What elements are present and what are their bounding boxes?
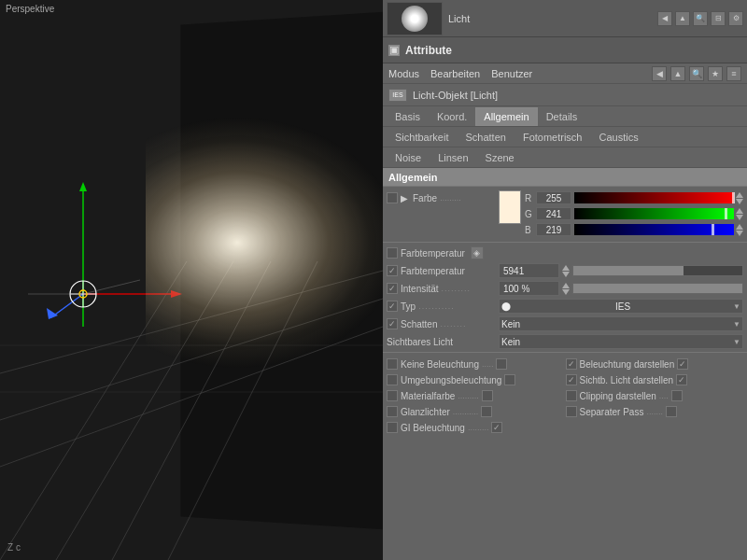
cb-umgebung-right[interactable] — [504, 374, 515, 385]
farbe-label: Farbe — [413, 193, 437, 203]
typ-dropdown[interactable]: ⬤ IES ▼ — [499, 299, 743, 314]
b-down[interactable] — [736, 231, 743, 236]
menu-btn-star[interactable]: ★ — [708, 66, 723, 81]
tab-basis[interactable]: Basis — [387, 107, 429, 126]
intensitaet-checkbox[interactable]: ✓ — [387, 283, 398, 294]
cb-clipping-right[interactable] — [671, 390, 683, 401]
r-input[interactable]: 255 — [536, 191, 571, 204]
typ-checkbox[interactable]: ✓ — [387, 301, 398, 312]
intensitaet-slider[interactable] — [572, 283, 743, 294]
tab-koord[interactable]: Koord. — [429, 107, 475, 126]
farbtemp-down[interactable] — [562, 272, 570, 277]
intensitaet-up[interactable] — [562, 283, 570, 288]
cb-clipping[interactable] — [566, 390, 577, 401]
sichtbares-label: Sichtbares Licht — [387, 337, 453, 347]
typ-val: IES — [615, 301, 630, 312]
attr-header: ▣ Attribute — [383, 37, 747, 63]
schatten-arrow: ▼ — [733, 320, 740, 329]
settings-icon[interactable]: ⚙ — [728, 11, 743, 26]
tab-linsen[interactable]: Linsen — [430, 148, 476, 167]
schatten-val: Kein — [501, 319, 520, 329]
b-bar[interactable] — [574, 224, 734, 235]
farbtemp-slider[interactable] — [572, 265, 743, 276]
attr-title: Attribute — [405, 44, 452, 57]
tab-details[interactable]: Details — [538, 107, 586, 126]
cb-separater[interactable] — [566, 406, 577, 417]
sichtbares-row: Sichtbares Licht Kein ▼ — [383, 333, 747, 350]
bookmark-icon[interactable]: ⊟ — [711, 11, 726, 26]
cb-beleuchtung-right[interactable]: ✓ — [677, 358, 688, 370]
check-glanzlichter: Glanzlichter ........... — [387, 404, 565, 419]
cb-keine-right[interactable] — [496, 358, 507, 370]
section-header: Allgemein — [383, 168, 747, 187]
cb-gi[interactable] — [387, 422, 398, 433]
cb-sichtb-right[interactable]: ✓ — [676, 374, 687, 385]
cb-beleuchtung[interactable]: ✓ — [566, 358, 577, 370]
cb-material-right[interactable] — [482, 390, 493, 401]
r-label: R — [525, 193, 536, 203]
viewport[interactable]: Perspektive — [0, 0, 383, 560]
r-up[interactable] — [736, 192, 743, 198]
intensitaet-down[interactable] — [562, 289, 570, 295]
menu-modus[interactable]: Modus — [388, 68, 419, 79]
check-separater: Separater Pass ....... — [566, 404, 744, 419]
schatten-checkbox[interactable]: ✓ — [387, 318, 398, 329]
check-sichtb-licht: ✓ Sichtb. Licht darstellen ✓ — [566, 372, 744, 387]
svg-line-5 — [168, 261, 317, 560]
farbtemp-label1: Farbtemperatur — [401, 248, 465, 259]
g-input[interactable]: 241 — [536, 207, 571, 220]
intensitaet-input[interactable]: 100 % — [499, 281, 559, 296]
r-bar[interactable] — [574, 192, 734, 203]
menu-btn-back[interactable]: ◀ — [652, 66, 667, 81]
tab-noise[interactable]: Noise — [387, 148, 430, 167]
g-bar[interactable] — [574, 208, 734, 219]
color-swatch[interactable] — [499, 190, 521, 224]
tab-fotometrisch[interactable]: Fotometrisch — [514, 128, 591, 147]
cb-umgebung[interactable] — [387, 374, 398, 385]
farbtemp-checkbox2[interactable]: ✓ — [387, 265, 398, 276]
cb-gi-right[interactable]: ✓ — [491, 422, 502, 433]
b-input[interactable]: 219 — [536, 223, 571, 236]
check-clipping: Clipping darstellen .... — [566, 388, 744, 403]
cb-sichtb[interactable]: ✓ — [566, 374, 577, 385]
tab-allgemein[interactable]: Allgemein — [475, 107, 537, 126]
schatten-dropdown[interactable]: Kein ▼ — [499, 316, 743, 331]
farbtemp-checkbox1[interactable] — [387, 247, 398, 259]
g-label: G — [525, 209, 536, 219]
cb-glanz-right[interactable] — [481, 406, 492, 417]
g-down[interactable] — [736, 215, 743, 220]
section-title: Allgemein — [388, 172, 438, 183]
sichtbares-dropdown[interactable]: Kein ▼ — [499, 334, 743, 349]
g-up[interactable] — [736, 208, 743, 214]
check-beleuchtung-darstellen: ✓ Beleuchtung darstellen ✓ — [566, 357, 744, 371]
check-umgebung: Umgebungsbeleuchtung — [387, 372, 565, 387]
farbe-checkbox[interactable] — [387, 192, 398, 203]
props-area[interactable]: ▶ Farbe ......... R 255 — [383, 187, 747, 560]
cb-material[interactable] — [387, 390, 398, 401]
farbtemp-up[interactable] — [562, 265, 570, 271]
menu-btn-up[interactable]: ▲ — [670, 66, 685, 81]
menu-btn-options[interactable]: ≡ — [726, 66, 741, 81]
light-thumbnail — [387, 2, 443, 35]
search-icon[interactable]: 🔍 — [693, 11, 708, 26]
farbtemp-icon[interactable]: ◈ — [471, 246, 484, 259]
nav-forward-icon[interactable]: ▲ — [675, 11, 690, 26]
menu-btn-search[interactable]: 🔍 — [689, 66, 704, 81]
r-down[interactable] — [736, 199, 743, 204]
schatten-dots: ........ — [440, 319, 466, 329]
intensitaet-dots: ......... — [442, 284, 472, 293]
menu-bearbeiten[interactable]: Bearbeiten — [430, 68, 480, 79]
cb-keine[interactable] — [387, 358, 398, 370]
b-up[interactable] — [736, 224, 743, 230]
tab-sichtbarkeit[interactable]: Sichtbarkeit — [387, 128, 457, 147]
cb-glanz[interactable] — [387, 406, 398, 417]
light-object-label: Licht — [448, 13, 470, 24]
farbtemp-input[interactable]: 5941 — [499, 263, 559, 278]
tab-caustics[interactable]: Caustics — [590, 128, 646, 147]
menu-benutzer[interactable]: Benutzer — [491, 68, 532, 79]
tab-szene[interactable]: Szene — [477, 148, 523, 167]
nav-back-icon[interactable]: ◀ — [657, 11, 672, 26]
schatten-row: ✓ Schatten ........ Kein ▼ — [383, 315, 747, 332]
cb-separater-right[interactable] — [666, 406, 677, 417]
tab-schatten[interactable]: Schatten — [457, 128, 514, 147]
